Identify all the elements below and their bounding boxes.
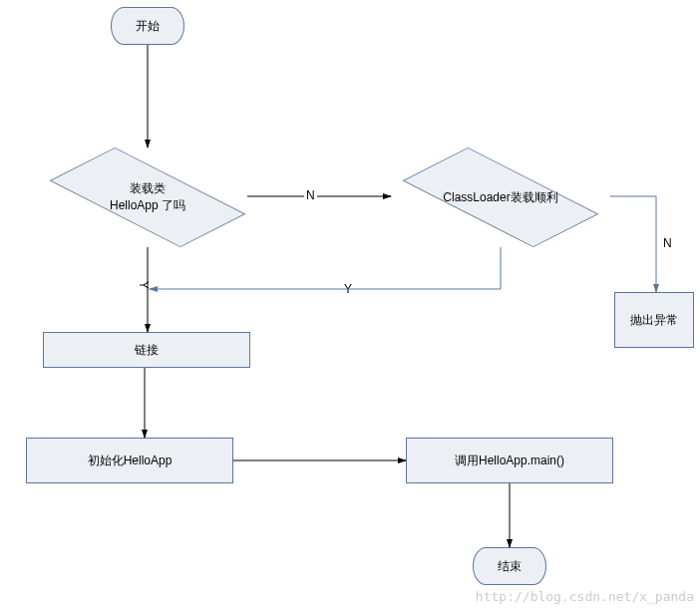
end-terminator: 结束 (473, 547, 546, 585)
decision-loader-ok: ClassLoader装载顺利 (391, 148, 610, 247)
flowchart-canvas: { "nodes": { "start": "开始", "decision_lo… (0, 0, 700, 608)
process-throw-exception-label: 抛出异常 (630, 312, 678, 329)
process-link: 链接 (43, 332, 250, 368)
edge-label-loaded-no: N (306, 188, 315, 202)
arrows-layer (0, 0, 700, 608)
process-link-label: 链接 (135, 342, 159, 359)
decision-loader-ok-text: ClassLoader装载顺利 (443, 189, 557, 206)
decision-loaded-label: 装载类 HelloApp 了吗 (48, 148, 247, 247)
end-label: 结束 (498, 558, 522, 575)
decision-loader-ok-label: ClassLoader装载顺利 (391, 148, 610, 247)
decision-loaded: 装载类 HelloApp 了吗 (48, 148, 247, 247)
process-throw-exception: 抛出异常 (614, 292, 694, 348)
edge-label-loader-ok-no: N (663, 236, 672, 250)
edge-label-loader-ok-yes: Y (344, 282, 352, 296)
process-init-label: 初始化HelloApp (88, 453, 173, 469)
decision-loaded-text: 装载类 HelloApp 了吗 (110, 180, 185, 214)
watermark: http://blog.csdn.net/x_panda (476, 589, 694, 604)
start-label: 开始 (136, 18, 160, 35)
process-invoke-main: 调用HelloApp.main() (406, 438, 613, 483)
process-invoke-main-label: 调用HelloApp.main() (455, 453, 564, 469)
process-init: 初始化HelloApp (26, 438, 233, 483)
start-terminator: 开始 (111, 7, 184, 45)
edge-label-loaded-yes: Y (137, 281, 151, 289)
